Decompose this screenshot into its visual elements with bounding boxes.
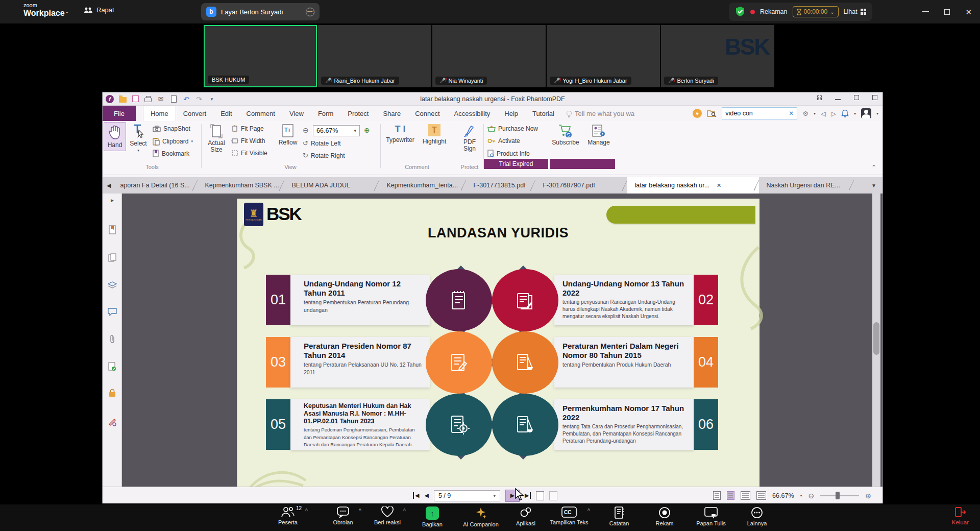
document-tab[interactable]: aporan Fa Detail (16 S... (113, 177, 198, 194)
rotate-right-button[interactable]: ↻ Rotate Right (303, 152, 345, 159)
menu-convert[interactable]: Convert (176, 106, 214, 121)
bookmarks-panel-icon[interactable] (103, 225, 122, 236)
view-button[interactable]: Lihat (844, 8, 867, 15)
purchase-now-button[interactable]: Purchase Now (487, 125, 538, 132)
manage-button[interactable]: Manage (584, 122, 613, 148)
status-zoom-caret-icon[interactable]: ▾ (800, 493, 802, 498)
fit-page-button[interactable]: Fit Page (231, 125, 264, 132)
attachments-panel-icon[interactable] (103, 334, 122, 346)
foxit-cascade-icon[interactable] (872, 95, 877, 100)
settings-caret-icon[interactable]: ▾ (814, 111, 816, 116)
leave-button[interactable]: Keluar (952, 506, 969, 525)
continuous-view-icon[interactable] (727, 491, 734, 500)
user-avatar[interactable] (861, 108, 871, 118)
participant-tile[interactable]: BSK 🎤̸Berlon Suryadi (661, 25, 774, 87)
menu-comment[interactable]: Comment (239, 106, 282, 121)
participant-tile[interactable]: BSK HUKUM (204, 25, 317, 87)
forward-arrow-icon[interactable]: ▷ (831, 110, 836, 117)
folder-search-icon[interactable] (707, 109, 717, 117)
document-tab[interactable]: BELUM ADA JUDUL (284, 177, 379, 194)
more-button[interactable]: Lainnya (741, 506, 773, 526)
maximize-button[interactable] (944, 9, 950, 15)
next-view-icon[interactable] (549, 491, 557, 500)
zoom-slider[interactable] (820, 495, 859, 496)
clipboard-button[interactable]: Clipboard ▾ (153, 137, 193, 146)
comments-panel-icon[interactable] (103, 308, 122, 318)
menu-form[interactable]: Form (311, 106, 340, 121)
document-tab[interactable]: Kepmenkumham_tenta... (379, 177, 466, 194)
hand-tool-button[interactable]: Hand (104, 122, 126, 151)
open-file-icon[interactable] (119, 97, 127, 103)
layout-grid-icon[interactable] (817, 95, 822, 100)
split-view-icon[interactable] (756, 491, 766, 500)
snapshot-button[interactable]: SnapShot (153, 125, 190, 132)
menu-help[interactable]: Help (497, 106, 525, 121)
previous-page-button[interactable]: ◀ (424, 492, 428, 499)
document-tab[interactable]: F-3017687907.pdf (535, 177, 627, 194)
bell-icon[interactable] (841, 109, 849, 117)
ribbon-collapse-icon[interactable]: ⌃ (871, 164, 876, 171)
status-zoom-out-icon[interactable]: ⊖ (808, 492, 815, 500)
layers-panel-icon[interactable] (103, 281, 122, 292)
pages-panel-icon[interactable] (103, 253, 122, 264)
menu-accessibility[interactable]: Accessibility (447, 106, 498, 121)
status-zoom-in-icon[interactable]: ⊕ (865, 492, 871, 500)
security-shield-icon[interactable] (735, 6, 745, 17)
captions-caret-icon[interactable]: ^ (587, 508, 590, 513)
foxit-maximize-icon[interactable] (854, 95, 859, 100)
reflow-button[interactable]: Tт Reflow (276, 122, 300, 148)
record-button[interactable]: Rekam (650, 506, 679, 526)
fit-visible-button[interactable]: Fit Visible (231, 150, 267, 157)
menu-share[interactable]: Share (376, 106, 408, 121)
feedback-heart-icon[interactable]: ♥ (693, 109, 702, 118)
undo-icon[interactable]: ↶ (182, 95, 190, 103)
pdf-sign-button[interactable]: PDFSign (458, 122, 481, 154)
single-page-view-icon[interactable] (713, 491, 721, 500)
whiteboard-button[interactable]: Papan Tulis (690, 506, 732, 526)
participant-tile[interactable]: 🎤̸Yogi H_Biro Hukum Jabar (547, 25, 660, 87)
participants-button[interactable]: 12 ^ Peserta (273, 506, 303, 525)
qat-dropdown-icon[interactable]: ▾ (208, 95, 216, 103)
fit-width-button[interactable]: Fit Width (231, 137, 265, 144)
print-icon[interactable] (144, 98, 152, 102)
clear-search-icon[interactable]: ✕ (789, 110, 794, 117)
actual-size-button[interactable]: ActualSize (204, 122, 229, 155)
tab-meeting[interactable]: Rapat (84, 6, 114, 14)
document-tab-active[interactable]: latar belakang naskah ur... ✕ (627, 177, 759, 194)
notes-button[interactable]: Catatan (605, 506, 633, 526)
timer-chevron-icon[interactable]: ⌄ (830, 9, 834, 15)
search-input[interactable]: video con ✕ (722, 107, 797, 119)
signatures-panel-icon[interactable] (103, 362, 122, 373)
security-panel-icon[interactable] (103, 389, 122, 399)
apps-button[interactable]: Aplikasi (511, 506, 540, 526)
select-tool-button[interactable]: Select ▾ (127, 122, 150, 155)
menu-file[interactable]: File (103, 106, 136, 121)
typewriter-button[interactable]: T I Typewriter (384, 122, 416, 146)
zoom-slider-thumb[interactable] (836, 492, 840, 499)
zoom-level-dropdown[interactable]: 66.67% ▾ (313, 125, 360, 136)
activate-button[interactable]: Activate (487, 137, 520, 144)
first-page-button[interactable]: ◀ (413, 492, 419, 499)
foxit-logo[interactable]: f (106, 95, 114, 103)
tell-me-search[interactable]: Tell me what you wa (561, 106, 634, 121)
new-document-icon[interactable] (171, 95, 177, 103)
chevron-down-icon[interactable]: ⌄ (64, 8, 69, 15)
reactions-caret-icon[interactable]: ^ (403, 508, 406, 513)
redo-icon[interactable]: ↷ (195, 95, 203, 103)
tab-list-dropdown-icon[interactable]: ▼ (865, 177, 883, 194)
chat-caret-icon[interactable]: ^ (359, 508, 361, 513)
bell-caret-icon[interactable]: ▾ (854, 111, 856, 116)
share-screen-button[interactable]: ↑ Bagikan (417, 506, 448, 527)
menu-edit[interactable]: Edit (213, 106, 239, 121)
document-tab[interactable]: F-3017713815.pdf (466, 177, 535, 194)
rotate-left-button[interactable]: ↺ Rotate Left (303, 139, 341, 147)
minimize-button[interactable] (922, 11, 929, 12)
tab-scroll-left-icon[interactable]: ◀ (105, 177, 113, 194)
menu-connect[interactable]: Connect (408, 106, 447, 121)
highlight-button[interactable]: T Highlight (419, 122, 450, 147)
participant-tile[interactable]: 🎤̸Nia Winayanti (432, 25, 546, 87)
avatar-caret-icon[interactable]: ▾ (876, 111, 878, 116)
zoom-out-icon[interactable]: ⊖ (303, 126, 309, 134)
vertical-scrollbar[interactable] (872, 194, 880, 487)
recording-timer[interactable]: 00:00:00 ⌄ (793, 6, 839, 17)
